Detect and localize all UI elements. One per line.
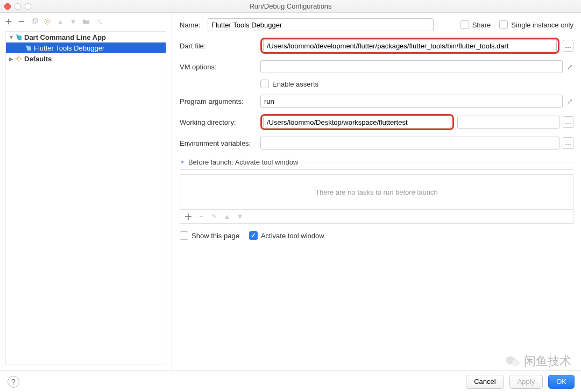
- down-icon[interactable]: ▼: [69, 17, 77, 26]
- apply-button[interactable]: Apply: [509, 375, 543, 389]
- svg-marker-3: [16, 34, 22, 40]
- activate-tool-window-checkbox[interactable]: Activate tool window: [249, 231, 324, 240]
- dart-file-highlight: [260, 38, 559, 54]
- add-icon[interactable]: [4, 17, 13, 26]
- name-label: Name:: [180, 21, 208, 29]
- vm-options-row: VM options: ⤢: [180, 60, 573, 73]
- single-instance-checkbox[interactable]: Single instance only: [499, 20, 573, 29]
- help-icon[interactable]: ?: [8, 376, 19, 388]
- bottom-checks: Show this page Activate tool window: [180, 231, 573, 240]
- show-this-page-checkbox[interactable]: Show this page: [180, 231, 239, 240]
- before-launch-label: Before launch: Activate tool window: [188, 158, 299, 166]
- up-icon[interactable]: ▲: [56, 17, 65, 26]
- svg-marker-4: [26, 45, 31, 51]
- tree-group-defaults[interactable]: ▶ Defaults: [6, 53, 166, 64]
- edit-task-icon[interactable]: ✎: [210, 213, 218, 220]
- env-vars-input[interactable]: [260, 137, 559, 149]
- enable-asserts-label: Enable asserts: [272, 80, 318, 88]
- tree-group-dart[interactable]: ▼ Dart Command Line App: [6, 32, 166, 42]
- expand-icon[interactable]: ⤢: [566, 61, 573, 73]
- ok-button[interactable]: OK: [548, 375, 575, 389]
- before-launch-toolbar: − ✎ ▲ ▼: [180, 210, 573, 224]
- single-instance-label: Single instance only: [511, 21, 573, 29]
- enable-asserts-checkbox[interactable]: Enable asserts: [260, 80, 318, 88]
- show-this-page-label: Show this page: [192, 232, 239, 240]
- tree-expand-icon[interactable]: ▼: [8, 34, 15, 40]
- dart-file-label: Dart file:: [180, 42, 260, 50]
- name-row: Name: Share Single instance only: [180, 18, 573, 31]
- remove-task-icon[interactable]: −: [197, 213, 205, 220]
- program-args-row: Program arguments: ⤢: [180, 95, 573, 108]
- vm-options-input[interactable]: [260, 60, 563, 73]
- vm-options-label: VM options:: [180, 63, 260, 71]
- share-checkbox[interactable]: Share: [460, 20, 491, 29]
- remove-icon[interactable]: [17, 17, 26, 26]
- group-sort-icon[interactable]: [95, 17, 103, 26]
- before-launch-header[interactable]: ▼ Before launch: Activate tool window: [180, 156, 573, 170]
- share-label: Share: [472, 21, 491, 29]
- dart-icon: [24, 44, 33, 52]
- activate-tool-window-label: Activate tool window: [261, 232, 324, 240]
- before-launch-empty: There are no tasks to run before launch: [315, 188, 438, 196]
- working-dir-row: Working directory: …: [180, 114, 573, 130]
- folder-icon[interactable]: [82, 17, 90, 26]
- env-vars-edit-button[interactable]: …: [563, 137, 573, 149]
- dart-file-row: Dart file: …: [180, 38, 573, 54]
- sidebar-toolbar: ▲ ▼: [0, 13, 172, 30]
- tree-group-label: Dart Command Line App: [24, 33, 106, 41]
- program-args-input[interactable]: [260, 95, 563, 108]
- config-tree[interactable]: ▼ Dart Command Line App Flutter Tools De…: [5, 31, 166, 365]
- svg-point-2: [46, 20, 48, 23]
- svg-point-5: [17, 57, 20, 60]
- titlebar: Run/Debug Configurations: [0, 0, 581, 13]
- sidebar: ▲ ▼ ▼ Dart Command Line App Flutter Tool…: [0, 13, 172, 370]
- window-title: Run/Debug Configurations: [0, 2, 581, 10]
- name-input[interactable]: [208, 18, 434, 31]
- working-dir-remainder-input[interactable]: [457, 116, 559, 129]
- env-vars-label: Environment variables:: [180, 139, 260, 147]
- cancel-button[interactable]: Cancel: [466, 375, 504, 389]
- gear-icon: [15, 54, 23, 63]
- tree-item-flutter-tools[interactable]: Flutter Tools Debugger: [6, 42, 166, 53]
- disclosure-icon[interactable]: ▼: [180, 159, 185, 165]
- dart-file-input[interactable]: [263, 39, 557, 52]
- settings-icon[interactable]: [43, 17, 52, 26]
- expand-icon[interactable]: ⤢: [566, 95, 573, 107]
- add-task-icon[interactable]: [185, 213, 192, 220]
- tree-collapse-icon[interactable]: ▶: [8, 56, 15, 62]
- working-dir-browse-button[interactable]: …: [563, 116, 573, 128]
- move-up-icon[interactable]: ▲: [223, 213, 231, 220]
- dart-icon: [15, 33, 23, 41]
- dialog-footer: ? Cancel Apply OK: [0, 370, 581, 392]
- working-dir-label: Working directory:: [180, 118, 260, 126]
- tree-item-label: Flutter Tools Debugger: [34, 44, 104, 52]
- copy-icon[interactable]: [30, 17, 39, 26]
- main-panel: Name: Share Single instance only Dart fi…: [172, 13, 581, 370]
- move-down-icon[interactable]: ▼: [236, 213, 244, 220]
- enable-asserts-row: Enable asserts: [180, 80, 573, 88]
- program-args-label: Program arguments:: [180, 97, 260, 105]
- env-vars-row: Environment variables: …: [180, 137, 573, 149]
- tree-defaults-label: Defaults: [24, 55, 52, 63]
- before-launch-tasks: There are no tasks to run before launch: [180, 174, 573, 210]
- working-dir-highlight: [260, 114, 454, 130]
- working-dir-input[interactable]: [263, 116, 451, 129]
- dart-file-browse-button[interactable]: …: [563, 40, 573, 52]
